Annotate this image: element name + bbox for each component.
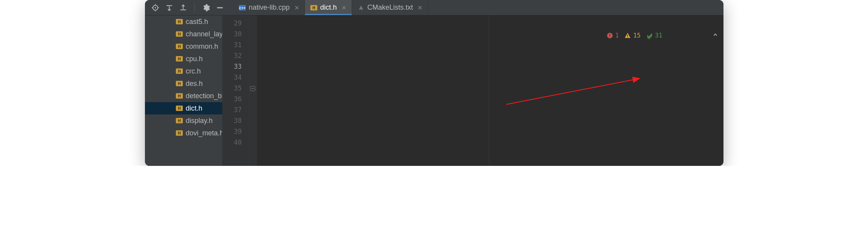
line-number: 36	[225, 94, 242, 104]
svg-rect-48	[609, 34, 610, 36]
wrap-guide	[489, 15, 489, 166]
tree-item[interactable]: Hchannel_layout.	[145, 28, 222, 40]
main-body: Hcast5.hHchannel_layout.Hcommon.hHcpu.hH…	[145, 15, 723, 166]
project-tree[interactable]: Hcast5.hHchannel_layout.Hcommon.hHcpu.hH…	[145, 15, 222, 166]
svg-rect-52	[627, 37, 628, 38]
header-file-icon: H	[176, 31, 183, 37]
ok-indicator[interactable]: 31	[646, 30, 662, 41]
svg-rect-49	[609, 37, 610, 38]
close-icon[interactable]	[294, 5, 299, 10]
top-bar: C++ native-lib.cpp H dict.h CMakeLists.t…	[145, 0, 723, 15]
tree-item[interactable]: Hdict.h	[145, 102, 222, 114]
warning-indicator[interactable]: 15	[624, 30, 640, 41]
inspection-widget[interactable]: 1 15 31	[606, 19, 718, 52]
header-file-icon: H	[176, 68, 183, 74]
close-icon[interactable]	[342, 5, 346, 10]
header-file-icon: H	[176, 19, 183, 24]
close-icon[interactable]	[418, 5, 422, 10]
line-number: 34	[225, 72, 242, 83]
tree-item[interactable]: Hdes.h	[145, 77, 222, 90]
tab-label: dict.h	[320, 3, 337, 12]
tab-dict-h[interactable]: H dict.h	[305, 0, 352, 15]
tab-label: native-lib.cpp	[249, 3, 290, 12]
svg-point-1	[155, 7, 156, 8]
header-file-icon: H	[176, 130, 183, 136]
svg-text:H: H	[178, 119, 180, 123]
line-number: 39	[225, 126, 242, 137]
tree-item-label: des.h	[186, 79, 203, 88]
tree-item[interactable]: Hcpu.h	[145, 53, 222, 65]
tree-item[interactable]: Hdovi_meta.h	[145, 127, 222, 139]
line-number: 40	[225, 137, 242, 148]
ok-count: 31	[655, 30, 662, 41]
error-indicator[interactable]: 1	[606, 30, 619, 41]
editor-pane[interactable]: 293031323334353637383940 1 15	[222, 15, 723, 166]
header-file-icon: H	[310, 5, 317, 10]
svg-text:H: H	[178, 32, 180, 36]
header-file-icon: H	[176, 44, 183, 49]
tree-item-label: dovi_meta.h	[186, 128, 222, 138]
svg-text:H: H	[178, 131, 180, 135]
tab-label: CMakeLists.txt	[368, 3, 413, 12]
error-count: 1	[615, 30, 619, 41]
line-number: 33	[225, 61, 242, 72]
tab-cmakelists[interactable]: CMakeLists.txt	[352, 0, 428, 15]
line-number: 37	[225, 104, 242, 115]
editor-tabs: C++ native-lib.cpp H dict.h CMakeLists.t…	[233, 0, 428, 15]
svg-text:H: H	[178, 82, 180, 86]
svg-text:H: H	[178, 44, 180, 49]
header-file-icon: H	[176, 106, 183, 111]
minimize-icon[interactable]	[216, 3, 224, 12]
svg-text:H: H	[178, 106, 180, 111]
svg-rect-51	[627, 34, 628, 36]
tree-item[interactable]: Hcast5.h	[145, 15, 222, 28]
line-number: 29	[225, 18, 242, 29]
tree-item-label: cast5.h	[186, 17, 208, 26]
tree-item[interactable]: Hcommon.h	[145, 40, 222, 53]
svg-text:C++: C++	[239, 6, 245, 10]
tree-item-label: common.h	[186, 42, 218, 51]
svg-text:H: H	[178, 94, 180, 98]
cpp-file-icon: C++	[239, 5, 246, 10]
tab-native-lib[interactable]: C++ native-lib.cpp	[233, 0, 305, 15]
tree-item-label: display.h	[186, 116, 213, 125]
header-file-icon: H	[176, 56, 183, 61]
line-number: 30	[225, 29, 242, 39]
tree-item-label: crc.h	[186, 67, 201, 76]
header-file-icon: H	[176, 81, 183, 86]
line-number: 35	[225, 83, 242, 94]
tree-item-label: channel_layout.	[186, 29, 222, 39]
toolbar	[145, 3, 230, 12]
svg-text:H: H	[178, 20, 180, 24]
toolbar-separator	[194, 3, 195, 12]
cmake-file-icon	[357, 5, 364, 10]
collapse-all-icon[interactable]	[179, 3, 187, 12]
line-number: 32	[225, 50, 242, 61]
svg-text:H: H	[178, 57, 180, 61]
fold-handle-icon[interactable]	[250, 86, 255, 91]
fold-bar	[249, 15, 257, 166]
header-file-icon: H	[176, 93, 183, 99]
svg-text:H: H	[178, 69, 180, 73]
tree-item[interactable]: Hdisplay.h	[145, 114, 222, 127]
ide-window: C++ native-lib.cpp H dict.h CMakeLists.t…	[145, 0, 723, 166]
warning-count: 15	[633, 30, 640, 41]
svg-text:H: H	[312, 6, 315, 10]
tree-item-label: detection_bbox	[186, 91, 222, 101]
target-icon[interactable]	[151, 3, 160, 12]
expand-all-icon[interactable]	[165, 3, 174, 12]
line-number: 31	[225, 39, 242, 50]
tree-item-label: cpu.h	[186, 54, 203, 63]
code-area[interactable]: 1 15 31	[257, 15, 723, 166]
tree-item[interactable]: Hdetection_bbox	[145, 90, 222, 102]
gear-icon[interactable]	[202, 3, 210, 12]
chevron-up-icon[interactable]	[668, 19, 718, 52]
header-file-icon: H	[176, 118, 183, 123]
line-number: 38	[225, 115, 242, 126]
tree-item[interactable]: Hcrc.h	[145, 65, 222, 77]
tree-item-label: dict.h	[186, 104, 203, 113]
line-gutter: 293031323334353637383940	[222, 15, 249, 166]
